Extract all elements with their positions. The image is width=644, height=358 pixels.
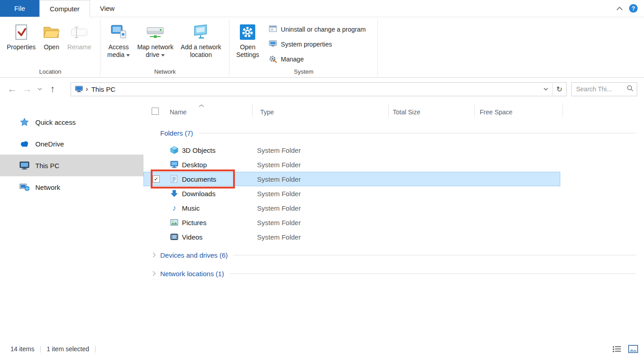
videos-icon xyxy=(170,234,179,240)
folder-rows: 3D Objects System Folder Desktop System … xyxy=(143,143,644,244)
column-header-type[interactable]: Type xyxy=(260,108,274,116)
breadcrumb-chevron-icon: › xyxy=(86,85,88,94)
ribbon-tab-bar: File Computer View ? xyxy=(0,0,644,17)
column-divider[interactable] xyxy=(563,104,563,117)
tab-view[interactable]: View xyxy=(90,0,124,17)
details-view-icon xyxy=(612,345,621,353)
refresh-icon: ↻ xyxy=(556,85,562,94)
question-mark-icon: ? xyxy=(632,5,635,12)
file-explorer-window: File Computer View ? Properties xyxy=(0,0,644,358)
manage-button[interactable]: Manage xyxy=(267,54,368,64)
sidebar-item-quick-access[interactable]: Quick access xyxy=(0,111,143,133)
help-button[interactable]: ? xyxy=(629,4,638,13)
ribbon: Properties Open Rename Location xyxy=(0,17,644,78)
dropdown-arrow-icon xyxy=(126,54,130,57)
ribbon-group-location: Properties Open Rename Location xyxy=(0,17,100,77)
ribbon-group-network: Access media Map network drive Add a net… xyxy=(100,17,229,77)
sidebar-item-network[interactable]: Network xyxy=(0,176,143,198)
ribbon-group-system: Open Settings Uninstall or change a prog… xyxy=(229,17,378,77)
chevron-collapsed-icon xyxy=(150,252,157,258)
tab-file[interactable]: File xyxy=(0,0,39,17)
tab-computer[interactable]: Computer xyxy=(39,0,90,17)
column-divider[interactable] xyxy=(474,104,475,117)
file-list: Name Type Total Size Free Space Folders … xyxy=(143,100,644,340)
view-switcher xyxy=(610,342,640,356)
file-row-downloads[interactable]: Downloads System Folder xyxy=(143,186,560,201)
documents-icon xyxy=(170,175,179,183)
open-settings-button[interactable]: Open Settings xyxy=(233,19,262,59)
media-device-icon xyxy=(110,23,127,42)
file-row-3d-objects[interactable]: 3D Objects System Folder xyxy=(143,143,560,157)
recent-locations-button[interactable] xyxy=(36,83,43,95)
sidebar-item-onedrive[interactable]: OneDrive xyxy=(0,133,143,155)
row-checkbox-checked[interactable]: ✓ xyxy=(153,175,160,183)
file-row-videos[interactable]: Videos System Folder xyxy=(143,230,560,244)
column-header-total-size[interactable]: Total Size xyxy=(393,108,420,116)
chevron-up-icon xyxy=(616,7,623,10)
check-icon: ✓ xyxy=(154,176,158,182)
group-divider-line xyxy=(199,133,636,133)
details-view-button[interactable] xyxy=(610,342,624,356)
program-window-icon xyxy=(269,25,277,33)
search-icon xyxy=(626,85,634,94)
sidebar-item-this-pc[interactable]: This PC xyxy=(0,155,143,176)
group-header-devices-and-drives[interactable]: Devices and drives (6) xyxy=(150,248,636,262)
3d-objects-icon xyxy=(170,146,179,154)
status-bar: 14 items 1 item selected xyxy=(0,340,644,358)
navigation-pane: Quick access OneDrive This PC Network xyxy=(0,100,143,340)
chevron-down-icon xyxy=(544,88,548,90)
properties-button[interactable]: Properties xyxy=(4,19,39,51)
music-icon: ♪ xyxy=(170,204,179,212)
large-icons-view-button[interactable] xyxy=(626,342,640,356)
address-toolbar: ← → ↑ › This PC ↻ xyxy=(0,78,644,100)
up-button[interactable]: ↑ xyxy=(47,83,58,95)
column-header-name[interactable]: Name xyxy=(170,108,186,116)
address-bar[interactable]: › This PC ↻ xyxy=(71,82,567,96)
file-row-music[interactable]: ♪ Music System Folder xyxy=(143,201,560,215)
group-divider-line xyxy=(233,255,636,255)
status-separator xyxy=(40,346,41,353)
rename-button[interactable]: Rename xyxy=(64,19,95,51)
thumbnails-view-icon xyxy=(628,345,638,353)
file-row-documents[interactable]: ✓ Documents System Folder xyxy=(143,172,560,186)
add-network-location-button[interactable]: Add a network location xyxy=(177,19,224,59)
sort-ascending-icon xyxy=(199,101,204,108)
computer-icon xyxy=(19,161,30,170)
column-header-free-space[interactable]: Free Space xyxy=(480,108,512,116)
system-properties-button[interactable]: System properties xyxy=(267,39,368,49)
status-separator xyxy=(95,346,95,353)
map-network-drive-button[interactable]: Map network drive xyxy=(134,19,177,59)
item-count: 14 items xyxy=(10,345,34,353)
address-dropdown-button[interactable] xyxy=(539,83,552,96)
forward-button[interactable]: → xyxy=(21,83,33,95)
breadcrumb-location[interactable]: This PC xyxy=(91,85,115,93)
search-input[interactable] xyxy=(576,85,626,93)
select-all-checkbox[interactable] xyxy=(152,108,159,115)
manage-gear-icon xyxy=(269,55,277,64)
back-button[interactable]: ← xyxy=(6,83,18,95)
settings-gear-icon xyxy=(239,23,256,42)
refresh-button[interactable]: ↻ xyxy=(553,83,566,96)
group-header-folders[interactable]: Folders (7) xyxy=(150,126,636,140)
tabbar-spacer xyxy=(124,0,612,17)
column-headers: Name Type Total Size Free Space xyxy=(143,100,644,120)
access-media-button[interactable]: Access media xyxy=(104,19,133,59)
group-label-location: Location xyxy=(0,68,100,75)
properties-icon xyxy=(14,23,28,42)
uninstall-program-button[interactable]: Uninstall or change a program xyxy=(267,24,368,34)
up-arrow-icon: ↑ xyxy=(50,84,55,94)
collapse-ribbon-button[interactable] xyxy=(612,0,627,17)
search-box xyxy=(571,82,637,96)
group-label-network: Network xyxy=(100,68,229,75)
file-row-desktop[interactable]: Desktop System Folder xyxy=(143,157,560,172)
column-divider[interactable] xyxy=(388,104,389,117)
this-pc-icon xyxy=(75,86,83,92)
open-button[interactable]: Open xyxy=(40,19,63,51)
chevron-down-icon xyxy=(38,88,42,90)
file-row-pictures[interactable]: Pictures System Folder xyxy=(143,215,560,230)
downloads-icon xyxy=(170,189,179,198)
selection-summary: 1 item selected xyxy=(47,345,89,353)
group-header-network-locations[interactable]: Network locations (1) xyxy=(150,266,636,281)
column-divider[interactable] xyxy=(252,104,253,117)
pictures-icon xyxy=(170,219,179,226)
